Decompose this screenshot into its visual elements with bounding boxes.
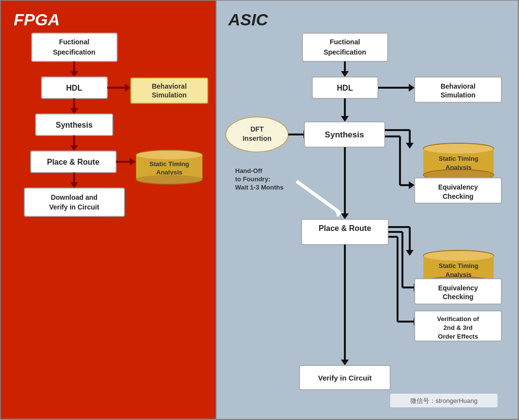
svg-text:HDL: HDL bbox=[337, 84, 353, 92]
full-diagram: FPGA Fuctional Specification HDL Behavio… bbox=[0, 0, 519, 420]
svg-text:Specification: Specification bbox=[323, 48, 366, 56]
svg-text:Insertion: Insertion bbox=[242, 134, 271, 142]
svg-text:Static Timing: Static Timing bbox=[439, 262, 478, 269]
svg-text:Simulation: Simulation bbox=[440, 91, 476, 99]
svg-text:Verify in Circuit: Verify in Circuit bbox=[49, 203, 100, 211]
svg-text:DFT: DFT bbox=[250, 125, 264, 133]
svg-text:Static Timing: Static Timing bbox=[439, 155, 478, 162]
svg-rect-78 bbox=[302, 33, 388, 61]
svg-text:Fuctional: Fuctional bbox=[59, 38, 89, 46]
fpga-title-text: FPGA bbox=[14, 10, 60, 29]
svg-rect-42 bbox=[32, 33, 117, 61]
svg-rect-39 bbox=[216, 0, 519, 420]
svg-text:Analysis: Analysis bbox=[445, 271, 471, 278]
svg-text:Checking: Checking bbox=[442, 192, 473, 200]
svg-text:Behavioral: Behavioral bbox=[440, 82, 476, 90]
svg-point-110 bbox=[424, 144, 493, 153]
svg-rect-74 bbox=[24, 188, 124, 216]
svg-text:ASIC: ASIC bbox=[228, 10, 268, 29]
svg-text:Synthesis: Synthesis bbox=[56, 121, 93, 129]
svg-text:2nd & 3rd: 2nd & 3rd bbox=[443, 324, 473, 331]
svg-text:Equivalency: Equivalency bbox=[438, 183, 478, 191]
svg-text:Simulation: Simulation bbox=[152, 91, 187, 99]
svg-text:Fuctional: Fuctional bbox=[330, 38, 360, 46]
svg-text:Checking: Checking bbox=[442, 293, 473, 301]
svg-text:to Foundry:: to Foundry: bbox=[235, 175, 270, 183]
svg-point-71 bbox=[137, 175, 202, 184]
svg-text:Specification: Specification bbox=[53, 48, 95, 56]
svg-point-141 bbox=[424, 251, 493, 261]
svg-text:Analysis: Analysis bbox=[156, 169, 182, 176]
svg-rect-51 bbox=[131, 78, 208, 103]
svg-text:微信号：strongerHuang: 微信号：strongerHuang bbox=[410, 397, 478, 404]
svg-text:Static Timing: Static Timing bbox=[149, 160, 189, 168]
svg-text:Order Effects: Order Effects bbox=[438, 333, 478, 340]
full-svg: FPGA Fuctional Specification HDL Behavio… bbox=[0, 0, 519, 420]
svg-text:Synthesis: Synthesis bbox=[325, 130, 364, 139]
svg-text:Hand-Off: Hand-Off bbox=[235, 167, 262, 174]
svg-text:Equivalency: Equivalency bbox=[438, 284, 478, 292]
svg-text:HDL: HDL bbox=[66, 84, 82, 92]
svg-text:Verification of: Verification of bbox=[437, 315, 479, 323]
svg-text:Wait 1-3 Months: Wait 1-3 Months bbox=[235, 184, 283, 191]
svg-text:Behavioral: Behavioral bbox=[152, 82, 187, 90]
svg-text:Place & Route: Place & Route bbox=[47, 158, 100, 166]
svg-text:Download and: Download and bbox=[51, 193, 98, 201]
svg-text:Analysis: Analysis bbox=[445, 164, 471, 171]
svg-text:Place & Route: Place & Route bbox=[319, 224, 371, 232]
svg-text:Verify in Circuit: Verify in Circuit bbox=[318, 374, 372, 382]
svg-point-68 bbox=[137, 151, 202, 159]
